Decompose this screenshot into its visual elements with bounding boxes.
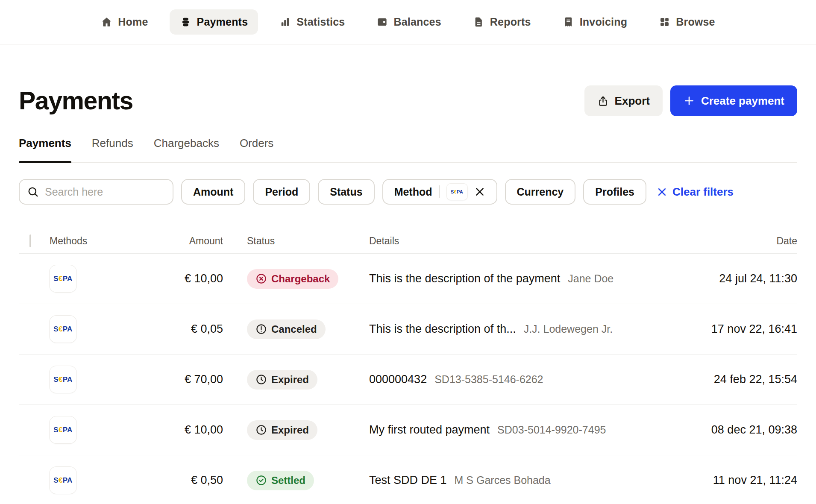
sepa-method-icon: S€PA xyxy=(50,416,76,443)
table-header: Methods Amount Status Details Date xyxy=(19,229,797,253)
status-label: Settled xyxy=(271,475,305,486)
clear-filters-link[interactable]: Clear filters xyxy=(657,185,734,199)
remove-method-filter-icon[interactable] xyxy=(474,186,485,197)
top-navigation: Home Payments Statistics Balances Report… xyxy=(0,0,816,44)
nav-label-browse: Browse xyxy=(676,16,715,28)
payments-icon xyxy=(180,16,191,28)
clock-icon xyxy=(255,424,267,436)
status-label: Expired xyxy=(271,374,309,386)
filter-bar: Amount Period Status Method S€PA Currenc… xyxy=(19,179,797,205)
sepa-letter-s: S xyxy=(451,189,454,194)
sepa-euro: € xyxy=(59,476,63,485)
status-badge: Chargeback xyxy=(247,269,338,289)
filter-profiles[interactable]: Profiles xyxy=(583,179,646,205)
nav-item-balances[interactable]: Balances xyxy=(366,9,451,35)
tab-refunds[interactable]: Refunds xyxy=(92,137,133,162)
date-cell: 08 dec 21, 09:38 xyxy=(690,423,797,437)
export-label: Export xyxy=(615,94,650,108)
payment-secondary: SD03-5014-9920-7495 xyxy=(497,424,606,436)
col-header-methods: Methods xyxy=(43,235,111,247)
date-cell: 24 feb 22, 15:54 xyxy=(690,373,797,386)
table-row[interactable]: S€PA € 10,00 Chargeback This is the desc… xyxy=(19,253,797,304)
table-row[interactable]: S€PA € 10,00 Expired My first routed pay… xyxy=(19,404,797,455)
payment-description: My first routed payment xyxy=(369,423,490,437)
nav-label-payments: Payments xyxy=(197,16,248,28)
tab-payments[interactable]: Payments xyxy=(19,137,71,162)
export-button[interactable]: Export xyxy=(584,85,663,116)
sepa-euro: € xyxy=(59,275,63,283)
status-badge: Canceled xyxy=(247,319,326,339)
sepa-letters-pa: PA xyxy=(63,325,73,334)
filter-status[interactable]: Status xyxy=(318,179,374,205)
sepa-letter-s: S xyxy=(53,476,59,485)
amount-cell: € 70,00 xyxy=(111,373,223,386)
filter-period[interactable]: Period xyxy=(253,179,310,205)
status-badge: Expired xyxy=(247,370,317,390)
sepa-letters-pa: PA xyxy=(63,375,73,384)
status-badge: Expired xyxy=(247,420,317,440)
tab-orders[interactable]: Orders xyxy=(240,137,273,162)
status-label: Chargeback xyxy=(271,273,330,285)
invoicing-icon xyxy=(563,16,574,28)
search-box[interactable] xyxy=(19,179,173,205)
filter-method[interactable]: Method S€PA xyxy=(382,179,497,205)
sepa-letters-pa: PA xyxy=(63,426,73,434)
amount-cell: € 10,00 xyxy=(111,272,223,285)
search-icon xyxy=(27,186,39,198)
reports-icon xyxy=(473,16,484,28)
payment-description: This is the description of th... xyxy=(369,322,516,336)
date-cell: 24 jul 24, 11:30 xyxy=(690,272,797,285)
status-badge: Settled xyxy=(247,471,314,490)
nav-item-reports[interactable]: Reports xyxy=(463,9,541,35)
sepa-method-badge: S€PA xyxy=(447,184,467,200)
date-cell: 11 nov 21, 11:24 xyxy=(690,474,797,487)
table-row[interactable]: S€PA € 0,50 Settled Test SDD DE 1M S Gar… xyxy=(19,455,797,504)
nav-label-balances: Balances xyxy=(393,16,441,28)
home-icon xyxy=(101,16,112,28)
payment-description: Test SDD DE 1 xyxy=(369,474,447,487)
nav-label-reports: Reports xyxy=(490,16,531,28)
plus-icon xyxy=(683,95,695,107)
status-label: Expired xyxy=(271,424,309,436)
payment-secondary: Jane Doe xyxy=(568,273,613,285)
filter-currency[interactable]: Currency xyxy=(505,179,576,205)
table-row[interactable]: S€PA € 0,05 Canceled This is the descrip… xyxy=(19,304,797,354)
tab-chargebacks[interactable]: Chargebacks xyxy=(154,137,219,162)
clear-filters-label: Clear filters xyxy=(672,185,734,199)
sepa-letter-s: S xyxy=(53,375,59,384)
sepa-letters-pa: PA xyxy=(63,275,73,283)
nav-item-invoicing[interactable]: Invoicing xyxy=(552,9,638,35)
nav-item-statistics[interactable]: Statistics xyxy=(269,9,355,35)
clear-filters-x-icon xyxy=(657,187,667,197)
sub-tabs: Payments Refunds Chargebacks Orders xyxy=(19,137,797,163)
check-circle-icon xyxy=(255,475,267,486)
header-actions: Export Create payment xyxy=(584,85,797,116)
amount-cell: € 0,05 xyxy=(111,322,223,336)
page-title: Payments xyxy=(19,86,133,115)
table-row[interactable]: S€PA € 70,00 Expired 000000432SD13-5385-… xyxy=(19,354,797,404)
create-payment-button[interactable]: Create payment xyxy=(670,85,797,116)
payment-secondary: SD13-5385-5146-6262 xyxy=(434,373,543,386)
payment-secondary: J.J. Lodewegen Jr. xyxy=(524,323,613,335)
sepa-letters-pa: PA xyxy=(457,189,463,194)
payment-description: This is the description of the payment xyxy=(369,272,560,285)
sepa-euro: € xyxy=(59,375,63,384)
col-header-amount: Amount xyxy=(111,235,223,247)
select-all-checkbox[interactable] xyxy=(29,234,31,247)
nav-label-invoicing: Invoicing xyxy=(580,16,628,28)
sepa-method-icon: S€PA xyxy=(50,265,76,292)
nav-item-browse[interactable]: Browse xyxy=(649,9,725,35)
nav-item-payments[interactable]: Payments xyxy=(170,9,258,35)
payment-description: 000000432 xyxy=(369,373,427,386)
statistics-icon xyxy=(279,16,291,28)
nav-item-home[interactable]: Home xyxy=(91,9,158,35)
export-icon xyxy=(597,95,609,107)
payments-table: Methods Amount Status Details Date S€PA … xyxy=(19,229,797,504)
nav-label-statistics: Statistics xyxy=(296,16,345,28)
amount-cell: € 10,00 xyxy=(111,423,223,437)
clock-icon xyxy=(255,374,267,385)
search-input[interactable] xyxy=(45,186,165,198)
alert-circle-icon xyxy=(255,323,267,335)
page-header: Payments Export Create payment xyxy=(19,85,797,116)
filter-amount[interactable]: Amount xyxy=(181,179,245,205)
